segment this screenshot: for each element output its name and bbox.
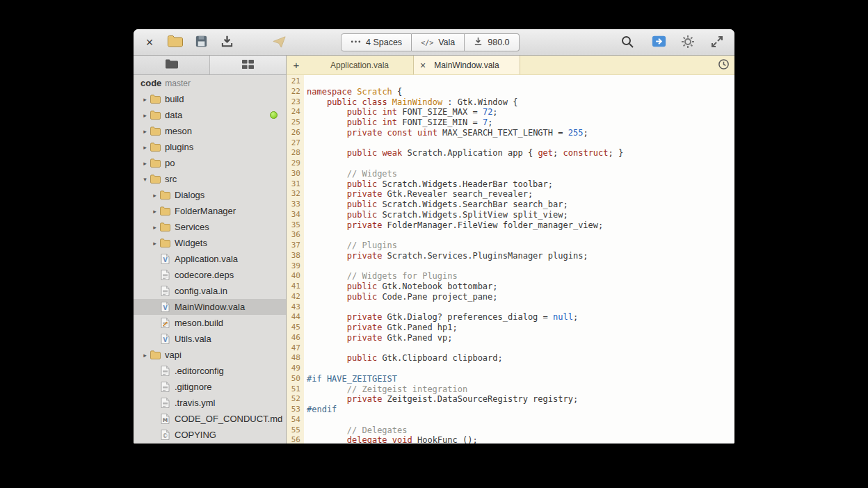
- tree-item-COPYING[interactable]: ©COPYING: [134, 427, 286, 443]
- modified-badge: [270, 111, 278, 119]
- templates-button[interactable]: [268, 33, 289, 52]
- open-file-button[interactable]: [165, 33, 186, 52]
- tree-item-Widgets[interactable]: ▸Widgets: [134, 235, 286, 251]
- tree-item-po[interactable]: ▸po: [134, 155, 286, 171]
- source-editor[interactable]: 2122232425262728293031323334353637383940…: [287, 75, 734, 444]
- chevron-right-icon[interactable]: ▸: [150, 192, 159, 199]
- history-button[interactable]: [712, 56, 734, 74]
- chevron-right-icon[interactable]: ▸: [140, 144, 150, 151]
- line-number: 35: [287, 220, 300, 231]
- tree-item-CODE_OF_CONDUCT.md[interactable]: MCODE_OF_CONDUCT.md: [134, 411, 286, 427]
- history-clock-icon: [718, 58, 730, 72]
- chevron-right-icon[interactable]: ▸: [150, 208, 159, 215]
- line-number: 27: [287, 138, 300, 149]
- folder-icon: [150, 350, 161, 361]
- line-number: 41: [287, 282, 300, 292]
- share-button[interactable]: [648, 33, 669, 52]
- code-line: [307, 261, 734, 272]
- line-number: 47: [287, 343, 300, 354]
- folder-icon: [150, 158, 161, 169]
- tree-item-vapi[interactable]: ▸vapi: [134, 347, 286, 363]
- line-number: 25: [287, 117, 300, 128]
- tree-item-meson.build[interactable]: meson.build: [134, 315, 286, 331]
- tree-item-src[interactable]: ▾src: [134, 171, 286, 187]
- tree-item-Utils.vala[interactable]: VUtils.vala: [134, 331, 286, 347]
- tree-item-plugins[interactable]: ▸plugins: [134, 139, 286, 155]
- markdown-file-icon: M: [159, 414, 170, 425]
- close-window-button[interactable]: ×: [139, 33, 160, 52]
- chevron-down-icon[interactable]: ▾: [140, 176, 150, 183]
- save-as-icon: [194, 34, 209, 51]
- fullscreen-button[interactable]: [707, 33, 728, 52]
- code-line: // Plugins: [307, 241, 734, 251]
- search-button[interactable]: [617, 33, 638, 52]
- tree-item-data[interactable]: ▸data: [134, 107, 286, 123]
- tree-item-label: Widgets: [175, 238, 207, 248]
- indent-width-button[interactable]: 4 Spaces: [341, 33, 412, 51]
- tree-item-Services[interactable]: ▸Services: [134, 219, 286, 235]
- tree-item-Dialogs[interactable]: ▸Dialogs: [134, 187, 286, 203]
- code-line: public weak Scratch.Application app { ge…: [307, 148, 734, 158]
- open-folder-icon: [167, 34, 184, 50]
- code-line: [307, 364, 734, 374]
- tree-item-config.vala.in[interactable]: config.vala.in: [134, 283, 286, 299]
- line-number: 26: [287, 128, 300, 138]
- save-as-button[interactable]: [191, 33, 211, 52]
- tree-item-MainWindow.vala[interactable]: VMainWindow.vala: [134, 299, 286, 315]
- code-line: private const uint MAX_SEARCH_TEXT_LENGT…: [307, 128, 734, 138]
- document-settings-group: 4 Spaces </> Vala 980.0: [341, 33, 520, 51]
- line-number: 24: [287, 107, 300, 117]
- line-number: 44: [287, 312, 300, 323]
- tree-item-.gitignore[interactable]: .gitignore: [134, 379, 286, 395]
- code-line: private Gtk.Paned hp1;: [307, 323, 734, 333]
- new-tab-button[interactable]: +: [287, 56, 306, 74]
- tab-MainWindow.vala[interactable]: ×MainWindow.vala: [413, 56, 520, 74]
- tree-item-label: src: [165, 174, 177, 184]
- chevron-right-icon[interactable]: ▸: [150, 224, 159, 231]
- line-number: 22: [287, 87, 300, 97]
- chevron-right-icon[interactable]: ▸: [150, 240, 159, 247]
- indent-width-label: 4 Spaces: [366, 38, 402, 47]
- tab-close-icon[interactable]: ×: [420, 60, 426, 70]
- tree-item-label: .gitignore: [175, 382, 211, 392]
- tree-item-label: .travis.yml: [175, 398, 216, 408]
- chevron-right-icon[interactable]: ▸: [140, 352, 150, 359]
- code-line: public int FONT_SIZE_MAX = 72;: [307, 107, 734, 117]
- chevron-right-icon[interactable]: ▸: [140, 96, 150, 103]
- text-file-icon: [159, 398, 170, 409]
- tree-item-codecore.deps[interactable]: codecore.deps: [134, 267, 286, 283]
- tab-Application.vala[interactable]: Application.vala: [306, 56, 413, 74]
- chevron-right-icon[interactable]: ▸: [140, 128, 150, 135]
- chevron-right-icon[interactable]: ▸: [140, 160, 150, 167]
- tree-item-FolderManager[interactable]: ▸FolderManager: [134, 203, 286, 219]
- sidebar-view-switcher: [134, 56, 286, 75]
- tree-item-meson[interactable]: ▸meson: [134, 123, 286, 139]
- tree-item-label: Services: [175, 222, 209, 232]
- goto-line-label: 980.0: [488, 38, 509, 47]
- goto-line-button[interactable]: 980.0: [465, 33, 519, 51]
- language-button[interactable]: </> Vala: [412, 33, 465, 51]
- spaces-icon: [351, 38, 361, 47]
- tree-item-label: COPYING: [175, 430, 216, 440]
- code-line: // Widgets for Plugins: [307, 271, 734, 282]
- download-button[interactable]: [216, 33, 237, 52]
- tree-item-.travis.yml[interactable]: .travis.yml: [134, 395, 286, 411]
- code-line: namespace Scratch {: [307, 87, 734, 97]
- tree-item-Application.vala[interactable]: VApplication.vala: [134, 251, 286, 267]
- chevron-right-icon[interactable]: ▸: [140, 112, 150, 119]
- line-number: 54: [287, 415, 300, 425]
- line-number: 39: [287, 261, 300, 272]
- project-view-button[interactable]: [134, 56, 210, 74]
- tree-item-.editorconfig[interactable]: .editorconfig: [134, 363, 286, 379]
- settings-button[interactable]: [677, 33, 698, 52]
- code-line: [307, 76, 734, 87]
- line-number: 52: [287, 394, 300, 405]
- file-tree: code master ▸build▸data▸meson▸plugins▸po…: [134, 75, 286, 444]
- project-header[interactable]: code master: [134, 75, 286, 91]
- tree-item-build[interactable]: ▸build: [134, 91, 286, 107]
- line-number: 43: [287, 302, 300, 313]
- code-line: // Zeitgeist integration: [307, 384, 734, 395]
- search-icon: [620, 35, 634, 51]
- git-branch-label: master: [165, 79, 191, 88]
- outline-view-button[interactable]: [210, 56, 286, 74]
